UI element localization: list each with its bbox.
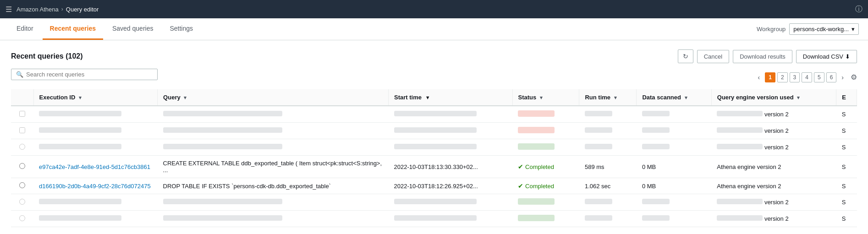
engine-version-cell: version 2 <box>711 139 836 156</box>
success-icon: ✔ <box>518 163 523 170</box>
col-checkbox <box>11 89 33 106</box>
start-time-cell: 2022-10-03T18:13:30.330+02... <box>389 156 513 178</box>
extra-cell: S <box>836 194 857 211</box>
col-engine-version[interactable]: Query engine version used ▾ <box>711 89 836 106</box>
engine-version-cell: Athena engine version 2 <box>711 178 836 194</box>
breadcrumb-separator: › <box>61 6 63 12</box>
pagination-page-2[interactable]: 2 <box>777 72 788 82</box>
execution-id-link[interactable]: d166190b-2d0b-4a49-9cf2-28c76d072475 <box>39 183 151 190</box>
row-checkbox[interactable] <box>11 123 33 139</box>
engine-version-cell: version 2 <box>711 106 836 123</box>
runtime-cell <box>579 139 637 156</box>
sort-icon-query: ▾ <box>184 95 187 101</box>
hamburger-icon[interactable]: ☰ <box>5 5 12 14</box>
cancel-button[interactable]: Cancel <box>697 50 729 63</box>
col-start-time[interactable]: Start time ▼ <box>389 89 513 106</box>
runtime-cell: 1.062 sec <box>579 178 637 194</box>
col-extra: E <box>836 89 857 106</box>
row-radio[interactable] <box>11 178 33 194</box>
col-query[interactable]: Query ▾ <box>158 89 389 106</box>
status-cell <box>512 123 579 139</box>
query-cell <box>158 194 389 211</box>
tab-settings[interactable]: Settings <box>162 18 200 40</box>
pagination-page-4[interactable]: 4 <box>802 72 812 82</box>
engine-version-cell: version 2 <box>711 211 836 227</box>
download-results-button[interactable]: Download results <box>733 50 792 63</box>
row-radio[interactable] <box>11 139 33 156</box>
results-table-wrapper: Execution ID ▾ Query ▾ Start time ▼ St <box>11 89 857 227</box>
col-status[interactable]: Status ▾ <box>512 89 579 106</box>
status-badge: ✔ Completed <box>518 163 554 170</box>
execution-id-cell <box>33 194 158 211</box>
results-table: Execution ID ▾ Query ▾ Start time ▼ St <box>11 89 857 227</box>
data-scanned-cell <box>637 211 711 227</box>
start-time-cell <box>389 106 513 123</box>
info-icon[interactable]: ⓘ <box>855 5 863 14</box>
col-runtime[interactable]: Run time ▾ <box>579 89 637 106</box>
tab-saved-queries[interactable]: Saved queries <box>105 18 161 40</box>
row-radio[interactable] <box>11 194 33 211</box>
workgroup-label: Workgroup <box>757 26 786 33</box>
start-time-cell <box>389 194 513 211</box>
extra-cell: S <box>836 123 857 139</box>
recent-queries-title: Recent queries (102) <box>11 52 83 60</box>
execution-id-cell <box>33 123 158 139</box>
start-time-cell: 2022-10-03T18:12:26.925+02... <box>389 178 513 194</box>
row-radio[interactable] <box>11 156 33 178</box>
sort-icon-runtime: ▾ <box>614 95 617 101</box>
search-icon: 🔍 <box>16 71 23 78</box>
refresh-button[interactable]: ↻ <box>678 49 693 63</box>
sort-icon-datascanned: ▾ <box>685 95 687 101</box>
tab-recent-queries[interactable]: Recent queries <box>43 18 103 40</box>
row-radio[interactable] <box>11 211 33 227</box>
status-cell: ✔ Completed <box>512 156 579 178</box>
pagination-next[interactable]: › <box>838 72 847 82</box>
engine-version-cell: version 2 <box>711 194 836 211</box>
pagination-page-1[interactable]: 1 <box>765 72 775 82</box>
breadcrumb: Amazon Athena › Query editor <box>16 6 99 13</box>
download-csv-button[interactable]: Download CSV ⬇ <box>796 50 857 63</box>
data-scanned-cell: 0 MB <box>637 156 711 178</box>
chevron-down-icon: ▾ <box>852 26 855 33</box>
search-bar[interactable]: 🔍 <box>11 69 158 80</box>
pagination-page-6[interactable]: 6 <box>826 72 837 82</box>
extra-cell: S <box>836 106 857 123</box>
engine-version-cell: version 2 <box>711 123 836 139</box>
execution-id-cell[interactable]: d166190b-2d0b-4a49-9cf2-28c76d072475 <box>33 178 158 194</box>
data-scanned-cell <box>637 194 711 211</box>
table-row: d166190b-2d0b-4a49-9cf2-28c76d072475 DRO… <box>11 178 857 194</box>
data-scanned-cell <box>637 139 711 156</box>
pagination-settings-icon[interactable]: ⚙ <box>851 73 857 82</box>
table-row: version 2 S <box>11 211 857 227</box>
pagination-prev[interactable]: ‹ <box>755 72 764 82</box>
breadcrumb-home[interactable]: Amazon Athena <box>16 6 59 13</box>
execution-id-cell[interactable]: e97ca42e-7adf-4e8e-91ed-5d1c76cb3861 <box>33 156 158 178</box>
row-checkbox[interactable] <box>11 106 33 123</box>
execution-id-cell <box>33 106 158 123</box>
start-time-cell <box>389 139 513 156</box>
tab-editor[interactable]: Editor <box>9 18 41 40</box>
runtime-cell <box>579 106 637 123</box>
workgroup-select[interactable]: persons-cdk-workg... ▾ <box>789 23 859 35</box>
query-cell <box>158 211 389 227</box>
query-cell: DROP TABLE IF EXISTS `persons-cdk-db.ddb… <box>158 178 389 194</box>
pagination-page-3[interactable]: 3 <box>790 72 800 82</box>
start-time-cell <box>389 211 513 227</box>
status-cell: ✔ Completed <box>512 178 579 194</box>
engine-version-cell: Athena engine version 2 <box>711 156 836 178</box>
data-scanned-cell: 0 MB <box>637 178 711 194</box>
col-execution-id[interactable]: Execution ID ▾ <box>33 89 158 106</box>
query-cell <box>158 123 389 139</box>
table-row: version 2 S <box>11 106 857 123</box>
execution-id-cell <box>33 211 158 227</box>
execution-id-link[interactable]: e97ca42e-7adf-4e8e-91ed-5d1c76cb3861 <box>39 163 150 170</box>
data-scanned-cell <box>637 106 711 123</box>
pagination-page-5[interactable]: 5 <box>814 72 824 82</box>
col-data-scanned[interactable]: Data scanned ▾ <box>637 89 711 106</box>
main-area: Recent queries (102) ↻ Cancel Download r… <box>0 40 868 234</box>
download-icon: ⬇ <box>845 53 850 60</box>
data-scanned-cell <box>637 123 711 139</box>
search-input[interactable] <box>26 71 153 78</box>
page-content: Editor Recent queries Saved queries Sett… <box>0 18 868 234</box>
recent-queries-actions: ↻ Cancel Download results Download CSV ⬇ <box>678 49 857 63</box>
